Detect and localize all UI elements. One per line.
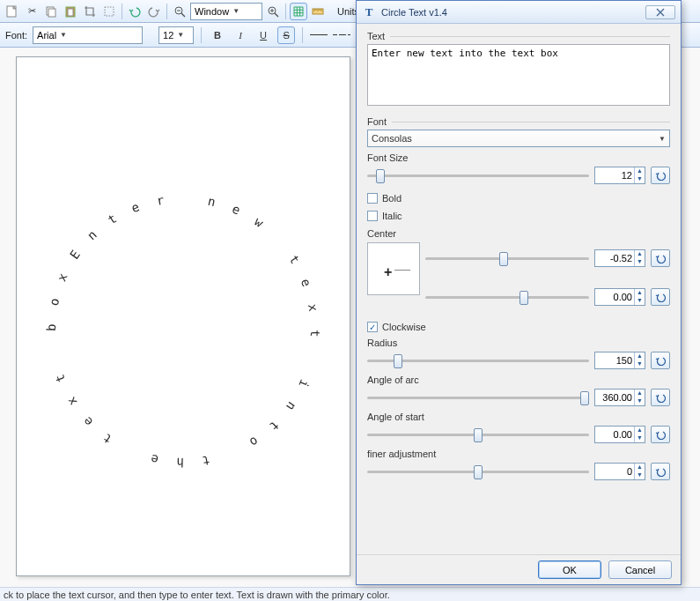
center-x-slider[interactable] [425,257,589,260]
zoom-combo[interactable]: Window ▼ [190,3,262,20]
angle-start-slider[interactable] [367,434,589,436]
spin-up-icon[interactable]: ▲ [634,167,645,175]
clockwise-checkbox-label: Clockwise [382,322,426,332]
zoom-in-icon[interactable] [264,3,282,20]
radius-number[interactable]: ▲▼ [594,352,645,369]
undo-icon[interactable] [126,3,144,20]
font-family-select[interactable]: Consolas ▼ [367,130,670,147]
cancel-button[interactable]: Cancel [608,560,672,579]
redo-icon[interactable] [145,3,163,20]
center-y-slider[interactable] [425,296,589,299]
circle-letter: t [308,326,322,340]
font-size-value[interactable] [595,170,634,181]
center-y-number[interactable]: ▲▼ [594,288,645,306]
center-preview[interactable]: + [367,242,420,295]
radius-value[interactable] [595,355,634,366]
font-section-label: Font [367,116,387,127]
crop-icon[interactable] [81,3,99,20]
zoom-out-icon[interactable] [171,3,188,20]
font-size-combo[interactable]: 12 ▼ [158,26,194,44]
svg-line-7 [181,13,185,17]
spin-up-icon[interactable]: ▲ [634,464,645,471]
angle-arc-number[interactable]: ▲▼ [594,389,645,406]
font-size-reset-button[interactable] [651,167,670,184]
copy-icon[interactable] [42,3,60,20]
finer-slider[interactable] [367,471,589,473]
bold-button[interactable]: B [209,26,226,44]
checkbox-box-icon [367,211,378,221]
spin-down-icon[interactable]: ▼ [634,360,645,368]
spin-up-icon[interactable]: ▲ [634,289,645,297]
center-x-number[interactable]: ▲▼ [594,249,645,267]
angle-start-reset-button[interactable] [651,426,670,443]
angle-arc-slider[interactable] [367,397,589,399]
angle-start-number[interactable]: ▲▼ [594,426,645,443]
underline-button[interactable]: U [254,26,272,44]
spin-down-icon[interactable]: ▼ [634,258,645,266]
spin-down-icon[interactable]: ▼ [634,471,645,479]
circle-letter: x [53,268,71,286]
canvas-page[interactable]: Enter new text into the text box [16,56,350,576]
spin-down-icon[interactable]: ▼ [634,297,645,305]
font-family-combo[interactable]: Arial ▼ [33,26,143,44]
font-size-number[interactable]: ▲▼ [594,167,645,184]
angle-arc-reset-button[interactable] [651,389,670,406]
circle-letter: t [51,369,70,388]
paste-icon[interactable] [62,3,79,20]
center-y-value[interactable] [595,292,634,302]
spin-down-icon[interactable]: ▼ [634,175,645,183]
circle-text-dialog: T Circle Text v1.4 Text Font Consolas ▼ … [356,0,682,585]
center-label: Center [367,228,670,239]
chevron-down-icon: ▼ [232,7,239,15]
close-button[interactable] [645,5,675,19]
spin-up-icon[interactable]: ▲ [634,427,645,434]
spin-down-icon[interactable]: ▼ [634,397,645,405]
circle-text-preview: Enter new text into the text box [183,330,184,331]
circle-letter: b [44,321,58,335]
dialog-title: Circle Text v1.4 [381,7,640,18]
radius-reset-button[interactable] [651,352,670,369]
dialog-titlebar[interactable]: T Circle Text v1.4 [357,1,681,24]
circle-letter: t [284,249,304,269]
align-center-button[interactable] [333,26,350,44]
cut-icon[interactable]: ✂ [23,3,41,20]
new-file-icon[interactable] [4,3,21,20]
spin-up-icon[interactable]: ▲ [634,250,645,258]
center-x-reset-button[interactable] [651,249,670,267]
ruler-icon[interactable] [309,3,327,20]
clockwise-checkbox[interactable]: ✓ Clockwise [367,322,670,332]
reset-icon [655,392,666,403]
circle-letter: w [249,212,269,232]
circle-letter [52,339,55,353]
center-y-reset-button[interactable] [651,288,670,306]
font-size-value: 12 [163,30,173,41]
angle-arc-value[interactable] [595,392,634,403]
align-left-button[interactable] [310,26,328,44]
font-size-slider[interactable] [367,174,589,177]
reset-icon [655,170,666,181]
italic-checkbox[interactable]: Italic [367,211,670,221]
font-size-label: Font Size [367,152,670,163]
separator [166,4,167,19]
italic-button[interactable]: I [232,26,249,44]
deselect-icon[interactable] [100,3,118,20]
text-input[interactable] [367,44,670,106]
ok-button[interactable]: OK [538,560,601,579]
circle-letter: e [297,273,315,292]
grid-icon[interactable] [290,3,307,20]
font-family-selected: Consolas [372,133,412,144]
finer-number[interactable]: ▲▼ [594,463,645,480]
strikethrough-button[interactable]: S [277,26,295,44]
spin-down-icon[interactable]: ▼ [634,434,645,442]
center-x-value[interactable] [595,253,634,263]
finer-reset-button[interactable] [651,463,670,480]
angle-start-value[interactable] [595,429,634,440]
circle-letter: n [203,193,220,210]
finer-value[interactable] [595,466,634,477]
radius-slider[interactable] [367,360,589,362]
circle-letter: x [305,300,321,316]
circle-letter: n [82,225,102,245]
spin-up-icon[interactable]: ▲ [634,390,645,397]
bold-checkbox[interactable]: Bold [367,193,670,204]
spin-up-icon[interactable]: ▲ [634,352,645,360]
